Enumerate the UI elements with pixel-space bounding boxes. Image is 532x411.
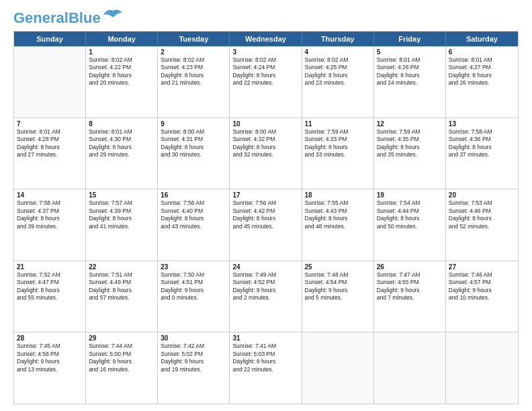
day-info: Sunrise: 7:54 AM Sunset: 4:44 PM Dayligh… [377,199,443,230]
day-info: Sunrise: 7:58 AM Sunset: 4:37 PM Dayligh… [17,199,83,230]
day-info: Sunrise: 7:47 AM Sunset: 4:55 PM Dayligh… [377,271,443,302]
day-info: Sunrise: 7:49 AM Sunset: 4:52 PM Dayligh… [232,271,298,302]
day-info: Sunrise: 7:44 AM Sunset: 5:00 PM Dayligh… [89,342,154,373]
day-info: Sunrise: 7:42 AM Sunset: 5:02 PM Dayligh… [161,342,226,373]
day-number: 7 [17,120,83,128]
calendar-cell: 3Sunrise: 8:02 AM Sunset: 4:24 PM Daylig… [230,46,302,118]
header-day-friday: Friday [374,32,446,46]
header-day-sunday: Sunday [14,32,86,46]
header-day-thursday: Thursday [302,32,374,46]
day-number: 3 [232,48,298,56]
calendar-cell: 8Sunrise: 8:01 AM Sunset: 4:30 PM Daylig… [86,118,158,189]
day-number: 5 [377,48,443,56]
day-number: 20 [449,191,515,199]
calendar-cell: 15Sunrise: 7:57 AM Sunset: 4:39 PM Dayli… [86,189,158,261]
day-info: Sunrise: 7:53 AM Sunset: 4:46 PM Dayligh… [449,199,515,230]
calendar-cell: 12Sunrise: 7:59 AM Sunset: 4:35 PM Dayli… [374,118,446,189]
calendar-cell: 24Sunrise: 7:49 AM Sunset: 4:52 PM Dayli… [230,261,302,332]
day-info: Sunrise: 7:56 AM Sunset: 4:42 PM Dayligh… [232,199,298,230]
calendar-cell: 14Sunrise: 7:58 AM Sunset: 4:37 PM Dayli… [14,189,86,261]
calendar-body: 1Sunrise: 8:02 AM Sunset: 4:22 PM Daylig… [14,46,518,404]
header: GeneralBlue [13,11,519,26]
day-info: Sunrise: 7:51 AM Sunset: 4:49 PM Dayligh… [89,271,154,302]
logo: GeneralBlue [13,11,122,26]
calendar-cell: 26Sunrise: 7:47 AM Sunset: 4:55 PM Dayli… [374,261,446,332]
day-number: 6 [449,48,515,56]
calendar-cell: 9Sunrise: 8:00 AM Sunset: 4:31 PM Daylig… [158,118,230,189]
logo-blue: Blue [69,9,101,26]
calendar-row-1: 7Sunrise: 8:01 AM Sunset: 4:28 PM Daylig… [14,118,518,190]
day-number: 30 [161,334,226,342]
day-number: 16 [161,191,226,199]
header-day-saturday: Saturday [446,32,518,46]
day-info: Sunrise: 8:00 AM Sunset: 4:32 PM Dayligh… [232,128,298,159]
calendar-cell: 10Sunrise: 8:00 AM Sunset: 4:32 PM Dayli… [230,118,302,189]
calendar-cell: 6Sunrise: 8:01 AM Sunset: 4:27 PM Daylig… [446,46,518,118]
logo-general: General [13,9,69,26]
day-info: Sunrise: 8:01 AM Sunset: 4:28 PM Dayligh… [17,128,83,159]
day-number: 29 [89,334,154,342]
day-number: 18 [305,191,371,199]
calendar-cell: 30Sunrise: 7:42 AM Sunset: 5:02 PM Dayli… [158,332,230,404]
day-info: Sunrise: 7:55 AM Sunset: 4:43 PM Dayligh… [305,199,371,230]
day-number: 8 [89,120,154,128]
page: GeneralBlue SundayMondayTuesdayWednesday… [0,0,532,411]
header-day-monday: Monday [86,32,158,46]
calendar-cell: 2Sunrise: 8:02 AM Sunset: 4:23 PM Daylig… [158,46,230,118]
calendar-cell: 11Sunrise: 7:59 AM Sunset: 4:33 PM Dayli… [302,118,374,189]
day-number: 4 [305,48,371,56]
day-number: 11 [305,120,371,128]
day-number: 9 [161,120,226,128]
calendar-row-3: 21Sunrise: 7:52 AM Sunset: 4:47 PM Dayli… [14,261,518,333]
day-number: 17 [232,191,298,199]
calendar-cell [446,332,518,404]
day-info: Sunrise: 7:56 AM Sunset: 4:40 PM Dayligh… [161,199,226,230]
calendar-cell: 13Sunrise: 7:58 AM Sunset: 4:36 PM Dayli… [446,118,518,189]
day-number: 31 [232,334,298,342]
calendar-cell: 28Sunrise: 7:45 AM Sunset: 4:58 PM Dayli… [14,332,86,404]
day-number: 27 [449,263,515,271]
day-number: 19 [377,191,443,199]
calendar-cell: 27Sunrise: 7:46 AM Sunset: 4:57 PM Dayli… [446,261,518,332]
header-day-wednesday: Wednesday [230,32,302,46]
day-number: 1 [89,48,154,56]
day-info: Sunrise: 8:02 AM Sunset: 4:23 PM Dayligh… [161,56,226,87]
logo-text: GeneralBlue [13,11,101,26]
day-number: 24 [232,263,298,271]
calendar-cell: 31Sunrise: 7:41 AM Sunset: 5:03 PM Dayli… [230,332,302,404]
day-info: Sunrise: 8:01 AM Sunset: 4:30 PM Dayligh… [89,128,154,159]
calendar-cell: 21Sunrise: 7:52 AM Sunset: 4:47 PM Dayli… [14,261,86,332]
calendar-cell: 20Sunrise: 7:53 AM Sunset: 4:46 PM Dayli… [446,189,518,261]
day-info: Sunrise: 8:02 AM Sunset: 4:25 PM Dayligh… [305,56,371,87]
day-number: 2 [161,48,226,56]
calendar-cell: 29Sunrise: 7:44 AM Sunset: 5:00 PM Dayli… [86,332,158,404]
day-info: Sunrise: 7:59 AM Sunset: 4:35 PM Dayligh… [377,128,443,159]
day-info: Sunrise: 7:46 AM Sunset: 4:57 PM Dayligh… [449,271,515,302]
calendar-cell: 5Sunrise: 8:01 AM Sunset: 4:26 PM Daylig… [374,46,446,118]
day-info: Sunrise: 7:48 AM Sunset: 4:54 PM Dayligh… [305,271,371,302]
day-info: Sunrise: 7:41 AM Sunset: 5:03 PM Dayligh… [232,342,298,373]
calendar-cell: 18Sunrise: 7:55 AM Sunset: 4:43 PM Dayli… [302,189,374,261]
day-number: 23 [161,263,226,271]
calendar-cell: 22Sunrise: 7:51 AM Sunset: 4:49 PM Dayli… [86,261,158,332]
day-number: 10 [232,120,298,128]
day-number: 15 [89,191,154,199]
day-info: Sunrise: 7:50 AM Sunset: 4:51 PM Dayligh… [161,271,226,302]
day-number: 13 [449,120,515,128]
calendar-cell: 7Sunrise: 8:01 AM Sunset: 4:28 PM Daylig… [14,118,86,189]
day-number: 14 [17,191,83,199]
calendar-row-4: 28Sunrise: 7:45 AM Sunset: 4:58 PM Dayli… [14,332,518,404]
day-info: Sunrise: 8:00 AM Sunset: 4:31 PM Dayligh… [161,128,226,159]
calendar-cell [302,332,374,404]
calendar-cell: 23Sunrise: 7:50 AM Sunset: 4:51 PM Dayli… [158,261,230,332]
calendar-cell [14,46,86,118]
calendar-cell [374,332,446,404]
day-number: 26 [377,263,443,271]
day-info: Sunrise: 8:01 AM Sunset: 4:27 PM Dayligh… [449,56,515,87]
calendar-cell: 16Sunrise: 7:56 AM Sunset: 4:40 PM Dayli… [158,189,230,261]
calendar-cell: 19Sunrise: 7:54 AM Sunset: 4:44 PM Dayli… [374,189,446,261]
day-info: Sunrise: 7:52 AM Sunset: 4:47 PM Dayligh… [17,271,83,302]
day-info: Sunrise: 8:01 AM Sunset: 4:26 PM Dayligh… [377,56,443,87]
calendar-cell: 1Sunrise: 8:02 AM Sunset: 4:22 PM Daylig… [86,46,158,118]
day-info: Sunrise: 8:02 AM Sunset: 4:24 PM Dayligh… [232,56,298,87]
